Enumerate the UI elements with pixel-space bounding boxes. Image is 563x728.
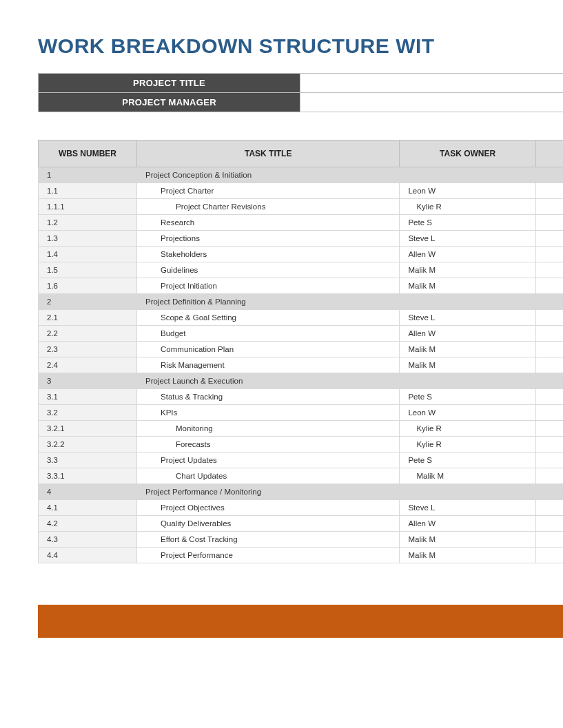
task-title-cell: Project Launch & Execution: [137, 373, 400, 389]
wbs-number-cell: 3: [39, 373, 137, 389]
project-title-row: PROJECT TITLE: [39, 74, 564, 93]
table-row: 1.6Project InitiationMalik M3/23/2017: [39, 278, 564, 294]
task-title-cell: Budget: [137, 326, 400, 342]
page-title: WORK BREAKDOWN STRUCTURE WIT: [38, 34, 563, 58]
wbs-number-cell: 4.2: [39, 516, 137, 532]
table-row: 1.1.1Project Charter RevisionsKylie R3/1…: [39, 199, 564, 215]
table-row: 1.4StakeholdersAllen W3/17/2017: [39, 247, 564, 262]
task-title-cell: Project Objectives: [137, 500, 400, 516]
wbs-number-cell: 1.1.1: [39, 199, 137, 215]
table-row: 3.2KPIsLeon W: [39, 405, 564, 421]
wbs-number-cell: 1.5: [39, 262, 137, 278]
start-date-cell: [535, 516, 563, 532]
start-date-cell: 3/18/2017: [535, 262, 563, 278]
wbs-number-cell: 1.6: [39, 278, 137, 294]
start-date-cell: [535, 357, 563, 373]
task-owner-cell: Malik M: [400, 262, 536, 278]
wbs-header-row: WBS NUMBER TASK TITLE TASK OWNER START D…: [39, 141, 564, 167]
task-title-cell: Projections: [137, 231, 400, 247]
task-title-cell: Project Definition & Planning: [137, 294, 400, 310]
col-header-owner: TASK OWNER: [400, 141, 536, 167]
task-owner-cell: Malik M: [400, 342, 536, 357]
table-row: 4Project Performance / Monitoring: [39, 484, 564, 500]
task-owner-cell: Pete S: [400, 453, 536, 468]
task-title-cell: Stakeholders: [137, 247, 400, 262]
task-title-cell: Project Performance / Monitoring: [137, 484, 400, 500]
task-owner-cell: Steve L: [400, 500, 536, 516]
col-header-wbs: WBS NUMBER: [39, 141, 137, 167]
table-row: 3.3.1Chart UpdatesMalik M: [39, 468, 564, 484]
task-title-cell: Risk Management: [137, 357, 400, 373]
project-meta-table: PROJECT TITLE PROJECT MANAGER: [38, 73, 563, 112]
task-owner-cell: Allen W: [400, 326, 536, 342]
start-date-cell: [535, 453, 563, 468]
task-owner-cell: Malik M: [400, 278, 536, 294]
wbs-number-cell: 2: [39, 294, 137, 310]
task-title-cell: Project Performance: [137, 548, 400, 563]
project-manager-row: PROJECT MANAGER: [39, 93, 564, 112]
table-row: 2.4Risk ManagementMalik M: [39, 357, 564, 373]
start-date-cell: 3/23/2017: [535, 278, 563, 294]
wbs-number-cell: 3.3.1: [39, 468, 137, 484]
wbs-number-cell: 3.2: [39, 405, 137, 421]
start-date-cell: [535, 548, 563, 563]
task-title-cell: Status & Tracking: [137, 389, 400, 405]
start-date-cell: [535, 437, 563, 453]
start-date-cell: [535, 532, 563, 548]
start-date-cell: 3/24/2017: [535, 310, 563, 326]
table-row: 2.2BudgetAllen W3/29/2017: [39, 326, 564, 342]
col-header-title: TASK TITLE: [137, 141, 400, 167]
task-owner-cell: Steve L: [400, 310, 536, 326]
table-row: 2.3Communication PlanMalik M: [39, 342, 564, 357]
page: WORK BREAKDOWN STRUCTURE WIT PROJECT TIT…: [0, 0, 563, 638]
table-row: 3.3Project UpdatesPete S: [39, 453, 564, 468]
task-title-cell: Project Conception & Initiation: [137, 167, 400, 183]
table-row: 1Project Conception & Initiation: [39, 167, 564, 183]
table-row: 2.1Scope & Goal SettingSteve L3/24/2017: [39, 310, 564, 326]
wbs-number-cell: 1.2: [39, 215, 137, 231]
task-title-cell: Chart Updates: [137, 468, 400, 484]
task-owner-cell: [400, 167, 536, 183]
start-date-cell: [535, 294, 563, 310]
start-date-cell: [535, 484, 563, 500]
wbs-table: WBS NUMBER TASK TITLE TASK OWNER START D…: [38, 140, 563, 563]
table-row: 4.1Project ObjectivesSteve L: [39, 500, 564, 516]
task-owner-cell: Steve L: [400, 231, 536, 247]
project-manager-label: PROJECT MANAGER: [39, 93, 300, 112]
wbs-body: 1Project Conception & Initiation1.1Proje…: [39, 167, 564, 563]
start-date-cell: [535, 405, 563, 421]
task-owner-cell: Malik M: [400, 532, 536, 548]
project-manager-value[interactable]: [300, 93, 564, 112]
start-date-cell: 3/15/2017: [535, 215, 563, 231]
wbs-number-cell: 3.2.1: [39, 421, 137, 437]
wbs-number-cell: 1.1: [39, 183, 137, 199]
wbs-number-cell: 4.3: [39, 532, 137, 548]
task-owner-cell: Malik M: [400, 548, 536, 563]
table-row: 1.2ResearchPete S3/15/2017: [39, 215, 564, 231]
table-row: 1.5GuidelinesMalik M3/18/2017: [39, 262, 564, 278]
task-owner-cell: [400, 484, 536, 500]
table-row: 3.2.1MonitoringKylie R: [39, 421, 564, 437]
wbs-number-cell: 3.1: [39, 389, 137, 405]
task-owner-cell: Kylie R: [400, 199, 536, 215]
task-title-cell: Scope & Goal Setting: [137, 310, 400, 326]
table-row: 3.2.2ForecastsKylie R: [39, 437, 564, 453]
task-title-cell: Research: [137, 215, 400, 231]
task-owner-cell: [400, 373, 536, 389]
start-date-cell: 3/29/2017: [535, 326, 563, 342]
task-title-cell: Monitoring: [137, 421, 400, 437]
project-title-label: PROJECT TITLE: [39, 74, 300, 93]
start-date-cell: [535, 468, 563, 484]
task-title-cell: Project Updates: [137, 453, 400, 468]
start-date-cell: [535, 421, 563, 437]
start-date-cell: [535, 500, 563, 516]
table-row: 4.2Quality DeliverablesAllen W: [39, 516, 564, 532]
col-header-start: START DATE: [535, 141, 563, 167]
project-title-value[interactable]: [300, 74, 564, 93]
table-row: 4.3Effort & Cost TrackingMalik M: [39, 532, 564, 548]
task-owner-cell: Kylie R: [400, 421, 536, 437]
wbs-number-cell: 4.1: [39, 500, 137, 516]
task-owner-cell: Kylie R: [400, 437, 536, 453]
start-date-cell: 3/15/2017: [535, 199, 563, 215]
start-date-cell: [535, 167, 563, 183]
